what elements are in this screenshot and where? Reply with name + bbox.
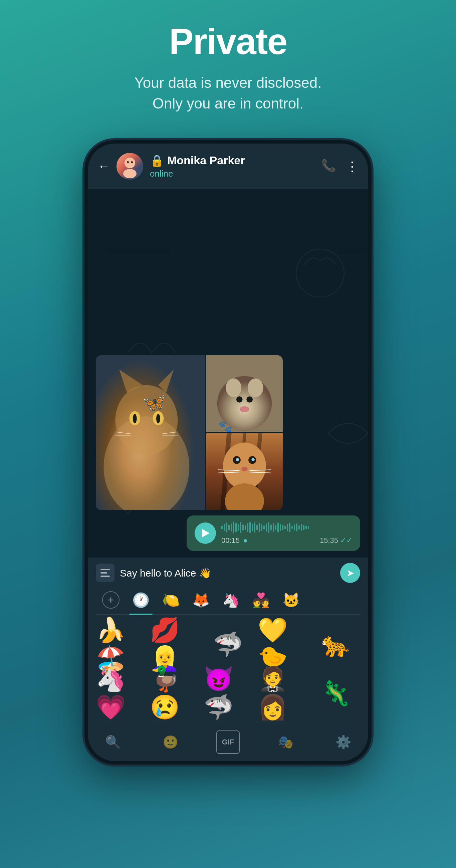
svg-point-3 — [127, 161, 129, 163]
message-input[interactable]: Say hello to Alice 👋 — [120, 567, 335, 579]
nav-emoji[interactable]: 🙂 — [159, 731, 182, 754]
phone-screen: ← — [88, 144, 368, 761]
photo-cat: 🦋 — [96, 355, 205, 510]
pack1-tab-icon: 🍋 — [162, 592, 180, 608]
svg-text:🦋: 🦋 — [143, 391, 166, 413]
sticker-tab-pack1[interactable]: 🍋 — [156, 588, 186, 612]
nav-settings[interactable]: ⚙️ — [332, 731, 355, 754]
nav-sticker[interactable]: 🎭 — [274, 731, 298, 754]
sticker-tab-pack3[interactable]: 🦄 — [216, 588, 246, 612]
sticker-shark[interactable]: 🦈 — [204, 623, 252, 666]
phone-frame: ← — [85, 140, 371, 765]
nav-gif[interactable]: GIF — [216, 731, 240, 754]
add-sticker-pack-button[interactable]: + — [102, 591, 120, 609]
pack2-tab-icon: 🦊 — [192, 592, 210, 608]
keyboard-icon — [100, 569, 110, 577]
contact-info: 🔒 Monika Parker online — [150, 154, 314, 179]
search-icon: 🔍 — [105, 735, 121, 749]
sticker-love-duck[interactable]: 💛🐤 — [258, 623, 306, 666]
page-title: Private — [169, 20, 287, 62]
voice-meta: 00:15 ● 15:35 ✓✓ — [221, 536, 352, 545]
avatar-image — [117, 153, 143, 180]
sticker-unicorn[interactable]: 🦄💗 — [96, 671, 145, 715]
sticker-dark-laugh[interactable]: 😈🦈 — [204, 671, 252, 715]
sticker-lizard[interactable]: 🦎 — [311, 671, 360, 715]
svg-point-5 — [296, 249, 344, 297]
sticker-couple-dance[interactable]: 🤵👩 — [258, 671, 306, 715]
svg-point-4 — [131, 161, 133, 163]
play-button[interactable] — [194, 523, 216, 544]
contact-status: online — [150, 168, 314, 179]
svg-point-27 — [240, 406, 249, 413]
avatar — [117, 153, 143, 180]
text-input-row: Say hello to Alice 👋 ➤ — [96, 563, 360, 583]
gif-icon: GIF — [222, 738, 234, 746]
sticker-tabs: + 🕐 🍋 🦊 🦄 💑 🐱 — [96, 588, 360, 615]
pack5-tab-icon: 🐱 — [282, 592, 300, 608]
photo-hamster: 🐾 — [206, 355, 283, 432]
sticker-tab-pack4[interactable]: 💑 — [246, 588, 276, 612]
svg-point-26 — [246, 396, 253, 403]
svg-point-24 — [248, 379, 263, 397]
photo-grid-message: 🦋 — [96, 355, 283, 510]
chat-body: 🦋 — [88, 189, 368, 558]
header-actions: 📞 ⋮ — [321, 159, 358, 174]
sticker-banana-beach[interactable]: 🍌🏖️ — [96, 623, 145, 666]
call-button[interactable]: 📞 — [321, 159, 336, 174]
sticker-kiss-lady[interactable]: 💋👱‍♀️ — [150, 623, 199, 666]
svg-point-36 — [236, 458, 239, 461]
sticker-tab-add[interactable]: + — [96, 588, 126, 612]
settings-icon: ⚙️ — [335, 735, 351, 749]
svg-point-38 — [241, 467, 248, 471]
input-area: Say hello to Alice 👋 ➤ + 🕐 🍋 🦊 — [88, 558, 368, 723]
contact-name: 🔒 Monika Parker — [150, 154, 314, 167]
svg-point-1 — [124, 158, 135, 168]
chat-header: ← — [88, 144, 368, 189]
recent-tab-icon: 🕐 — [132, 592, 150, 608]
sticker-tab-pack2[interactable]: 🦊 — [186, 588, 216, 612]
voice-waveform: 00:15 ● 15:35 ✓✓ — [221, 522, 352, 545]
bottom-nav: 🔍 🙂 GIF 🎭 ⚙️ — [88, 723, 368, 761]
play-icon — [202, 529, 210, 537]
voice-timestamp: 15:35 ✓✓ — [320, 536, 352, 545]
svg-point-2 — [123, 169, 136, 178]
svg-point-37 — [252, 458, 255, 461]
sticker-leopard[interactable]: 🐆 — [311, 623, 360, 666]
sticker-grid: 🍌🏖️ 💋👱‍♀️ 🦈 💛🐤 🐆 🦄💗 🦆😢 😈🦈 🤵👩 🦎 — [96, 620, 360, 717]
sticker-tab-recent[interactable]: 🕐 — [126, 588, 156, 612]
menu-button[interactable]: ⋮ — [345, 159, 358, 174]
sticker-crying-duck[interactable]: 🦆😢 — [150, 671, 199, 715]
emoji-icon: 🙂 — [162, 735, 178, 749]
svg-point-23 — [226, 379, 241, 397]
back-button[interactable]: ← — [98, 159, 110, 173]
pack3-tab-icon: 🦄 — [222, 592, 240, 608]
nav-search[interactable]: 🔍 — [101, 731, 124, 754]
sticker-icon: 🎭 — [278, 735, 294, 749]
message-area: 🦋 — [88, 348, 368, 558]
page-subtitle: Your data is never disclosed. Only you a… — [134, 72, 322, 114]
voice-duration: 00:15 ● — [221, 536, 247, 545]
svg-point-14 — [133, 414, 137, 423]
voice-message: 00:15 ● 15:35 ✓✓ — [187, 516, 360, 551]
send-icon: ➤ — [346, 567, 354, 579]
svg-point-25 — [236, 396, 243, 403]
svg-point-33 — [223, 443, 266, 489]
sticker-tab-pack5[interactable]: 🐱 — [276, 588, 306, 612]
keyboard-toggle-button[interactable] — [96, 563, 115, 582]
pack4-tab-icon: 💑 — [252, 592, 270, 608]
svg-text:🐾: 🐾 — [218, 420, 233, 432]
lock-icon: 🔒 — [150, 154, 164, 167]
svg-point-15 — [156, 414, 160, 423]
photo-tiger — [206, 433, 283, 510]
send-button[interactable]: ➤ — [340, 563, 360, 583]
waveform-bars — [221, 522, 352, 533]
